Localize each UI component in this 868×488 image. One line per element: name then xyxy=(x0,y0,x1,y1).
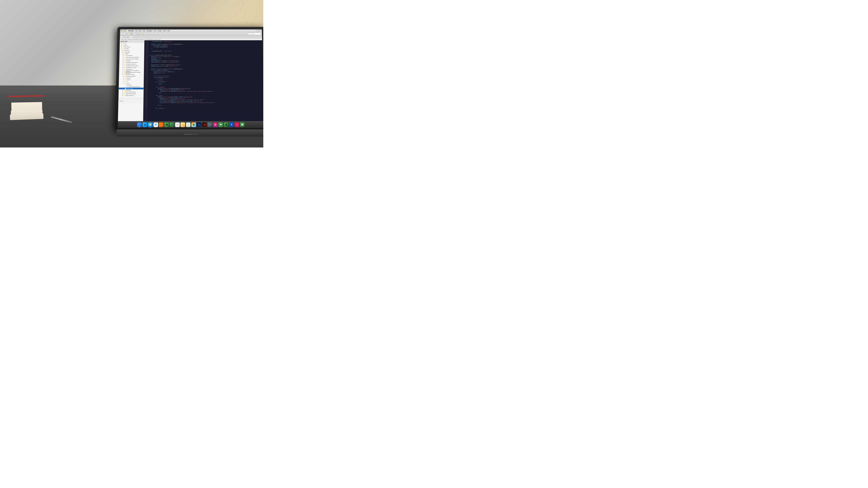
tree-item-classes[interactable]: ▶ 📁 classes xyxy=(119,79,144,80)
tree-item-disable-comments[interactable]: ▶ 📁 disable-comments xyxy=(119,73,144,75)
tree-item-amr[interactable]: ▶ 📁 amr-shortcode-any-widget xyxy=(119,58,144,60)
tab-close-button[interactable]: × xyxy=(129,36,131,38)
dock-icon-maps[interactable]: 🗺 xyxy=(164,122,169,127)
close-button[interactable] xyxy=(121,30,122,31)
messages-icon: 💬 xyxy=(220,124,222,126)
toolbar-forward[interactable]: › xyxy=(124,33,126,35)
dock-icon-safari[interactable]: 🧭 xyxy=(148,122,153,127)
projects-label: Projects xyxy=(120,100,124,101)
code-editor: 9596979899100101102103104105106107108109… xyxy=(143,40,263,121)
toolbar-search[interactable]: Go to Anything xyxy=(247,33,261,35)
folder-icon: 📁 xyxy=(124,67,125,68)
tree-item-extended-reg[interactable]: ▼ 📂 extended-registration xyxy=(119,75,144,77)
dock-icon-photos[interactable]: 🖼 xyxy=(191,122,196,127)
tree-item-label: languages xyxy=(125,52,130,53)
tree-arrow: ▼ xyxy=(123,76,124,77)
dock-icon-itunes[interactable]: ♫ xyxy=(235,122,239,127)
tree-item-views[interactable]: ▶ 📁 views xyxy=(119,83,144,84)
tree-item-languages[interactable]: ▶ 📁 languages xyxy=(120,51,144,53)
tree-item-charitable-avatar[interactable]: ▶ 📁 charitable-core-avatar xyxy=(119,67,144,68)
dock-icon-colorpicker[interactable]: 🎨 xyxy=(213,122,218,127)
file-icon: 📄 xyxy=(125,86,126,88)
search-placeholder: Go to Anything xyxy=(248,33,254,34)
tree-item-regen-thumbs[interactable]: ▶ 📁 regenerate-thumbnails xyxy=(119,93,144,95)
dock-icon-numbers[interactable]: 📊 xyxy=(240,122,245,127)
tree-item-label: custom-registration-form-builder-with-su… xyxy=(125,72,143,74)
tree-item-charitable-lic[interactable]: ▶ 📁 charitable-license-renewer xyxy=(119,65,144,67)
menu-help[interactable]: Help xyxy=(167,30,170,31)
tree-item-label: advanced-custom-fields-pro xyxy=(126,57,139,58)
tree-item-phpmyadmin[interactable]: ▶ 📁 phpmyadmin xyxy=(120,46,144,48)
tree-arrow: ▶ xyxy=(123,74,124,75)
dock-icon-tool1[interactable]: ⚙ xyxy=(208,122,212,127)
tree-item-label: phpmyadmin xyxy=(124,46,130,47)
folder-icon: 📁 xyxy=(122,46,124,47)
tree-arrow: ▶ xyxy=(123,72,124,73)
file-tree-title: public_html xyxy=(121,41,127,42)
tree-item-custom-reg[interactable]: ▶ 📁 custom-registration-form-builder-wit… xyxy=(119,72,144,74)
firefox-icon: 🦊 xyxy=(160,124,162,126)
tree-item-acf-pro[interactable]: ▶ 📁 advanced-custom-fields-pro xyxy=(119,56,144,58)
dock-icon-firefox[interactable]: 🦊 xyxy=(159,122,163,127)
tree-item-cert[interactable]: ▶ 📁 cert xyxy=(120,43,144,44)
menu-view[interactable]: View xyxy=(154,30,156,31)
tree-item-charitable-anon[interactable]: ▶ 📁 charitable-anonymous xyxy=(119,63,144,65)
menu-edit[interactable]: Edit xyxy=(139,30,141,31)
tree-item-layerslider[interactable]: ▶ 📁 LayerSlider xyxy=(119,90,144,91)
dock-icon-calendar[interactable]: 14 xyxy=(175,122,180,127)
finder-icon: 🌀 xyxy=(138,124,141,126)
menu-code[interactable]: Code xyxy=(142,30,145,31)
tree-item-acf[interactable]: ▶ 📁 acf-accordion xyxy=(120,55,144,56)
toolbar-back[interactable]: ‹ xyxy=(121,33,123,35)
dock-icon-reminders[interactable]: ✓ xyxy=(186,122,191,127)
minimize-button[interactable] xyxy=(123,30,124,31)
tab-functions-php[interactable]: functions.php × xyxy=(121,36,132,38)
tree-item-debug[interactable]: 📄 debug.php xyxy=(119,84,144,86)
menu-tools[interactable]: Tools xyxy=(163,30,166,31)
folder-icon: 📁 xyxy=(124,63,126,65)
tree-item-label: functions.php xyxy=(127,88,133,89)
folder-open-icon: 📂 xyxy=(123,53,125,55)
dock-icon-appstore[interactable]: A xyxy=(229,122,234,127)
tree-item-charitable-amb[interactable]: ▶ 📁 charitable-ambassadors xyxy=(119,61,144,63)
menu-file[interactable]: File xyxy=(135,30,137,31)
dock-icon-photoshop[interactable]: Ps xyxy=(197,122,202,127)
dock-icon-facetime2[interactable]: 📱 xyxy=(224,122,228,127)
photos-icon: 🖼 xyxy=(193,124,194,126)
toolbar-new[interactable]: 📄 xyxy=(133,33,135,35)
folder-icon: 📁 xyxy=(123,43,124,44)
toolbar-open[interactable]: 📂 xyxy=(127,33,130,35)
tree-item-cgibin[interactable]: ▶ 📁 cgi-bin xyxy=(120,44,144,46)
tree-item-label: disable-comments xyxy=(126,74,134,75)
tree-item-plugins[interactable]: ▼ 📂 plugins xyxy=(120,53,144,55)
tree-item-wpadmin[interactable]: ▶ 📁 wp-admin xyxy=(120,48,144,50)
tree-item-charitable[interactable]: ▶ 📁 charitable xyxy=(119,60,144,62)
dock-icon-chrome[interactable]: 🌐 xyxy=(153,122,158,127)
toolbar-run[interactable]: ▶ xyxy=(137,33,140,35)
tree-item-er-extended[interactable]: 📄 er-extended-registration.php xyxy=(119,86,144,88)
folder-icon: 📁 xyxy=(124,92,125,93)
tree-arrow: ▶ xyxy=(124,79,125,80)
maximize-button[interactable] xyxy=(125,30,126,31)
tree-item-label: charitable-license-renewer xyxy=(126,65,138,66)
menu-navigation[interactable]: Navigation xyxy=(147,30,152,31)
dock-icon-finder[interactable]: 🌀 xyxy=(137,122,142,127)
tree-item-relative-images[interactable]: ▶ 📁 relative-image-urls xyxy=(119,95,144,97)
tree-item-wpcontent[interactable]: ▼ 📂 wp-content xyxy=(120,50,144,51)
dock-icon-messages[interactable]: 💬 xyxy=(218,122,223,127)
toolbar-save[interactable]: 💾 xyxy=(130,33,133,35)
toolbar-debug[interactable]: 🐛 xyxy=(140,33,143,35)
tree-item-functions[interactable]: 📄 functions.php xyxy=(119,88,144,90)
tree-item-backend[interactable]: ▶ 📁 backend xyxy=(119,77,144,79)
dock-icon-notes[interactable]: ≡ xyxy=(181,122,185,127)
tree-item-captcha[interactable]: ▶ 📁 really-simple-captcha xyxy=(119,91,144,93)
folder-icon: 📁 xyxy=(124,90,125,91)
dock-icon-facetime[interactable]: 📹 xyxy=(169,122,174,127)
tree-item-label: relative-image-urls xyxy=(125,95,134,96)
tree-item-label: js xyxy=(127,81,127,82)
menu-project[interactable]: Project xyxy=(158,30,162,31)
dock-icon-launchpad[interactable]: ⊞ xyxy=(143,122,147,127)
tree-item-js[interactable]: ▶ 📁 js xyxy=(119,80,144,83)
maps-icon: 🗺 xyxy=(166,124,167,126)
dock-icon-illustrator[interactable]: Ai xyxy=(202,122,207,127)
